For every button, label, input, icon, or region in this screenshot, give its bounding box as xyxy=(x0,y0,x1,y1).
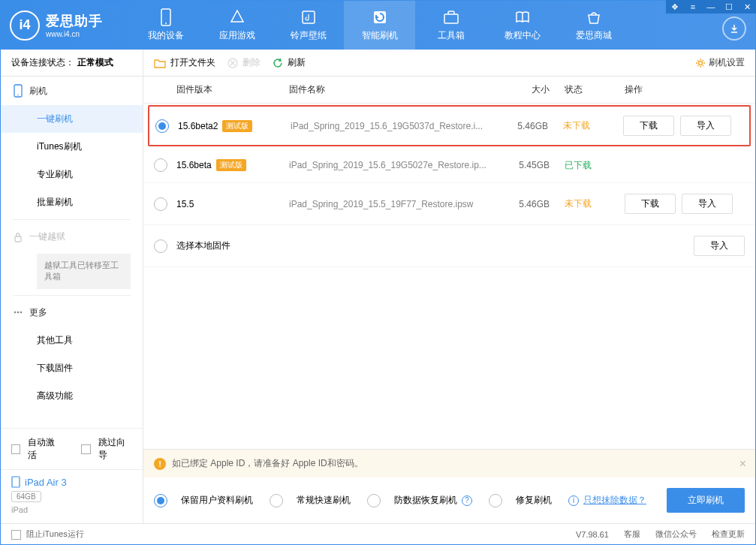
block-itunes-checkbox[interactable] xyxy=(11,530,21,540)
toolbar: 打开文件夹 删除 刷新 刷机设置 xyxy=(143,50,755,77)
erase-data-link[interactable]: i 只想抹除数据？ xyxy=(568,494,646,507)
svg-point-1 xyxy=(165,23,167,24)
nav-my-device[interactable]: 我的设备 xyxy=(130,1,201,50)
refresh-icon xyxy=(273,58,283,68)
firmware-version: 选择本地固件 xyxy=(176,239,289,252)
mode-repair[interactable]: 修复刷机 xyxy=(489,494,552,507)
support-link[interactable]: 客服 xyxy=(624,528,640,540)
music-icon xyxy=(300,8,318,26)
open-folder-button[interactable]: 打开文件夹 xyxy=(154,56,215,69)
firmware-ops: 下载导入 xyxy=(623,116,743,136)
radio-icon[interactable] xyxy=(489,494,502,507)
svg-point-16 xyxy=(699,61,703,65)
device-name[interactable]: iPad Air 3 xyxy=(11,476,132,488)
firmware-row[interactable]: 选择本地固件导入 xyxy=(143,225,755,267)
nav-ringtones[interactable]: 铃声壁纸 xyxy=(273,1,344,50)
sidebar-item-pro-flash[interactable]: 专业刷机 xyxy=(1,161,143,188)
minimize-icon[interactable]: — xyxy=(702,0,720,14)
firmware-list: 15.6beta2测试版iPad_Spring_2019_15.6_19G503… xyxy=(143,104,755,267)
sidebar-item-download-fw[interactable]: 下载固件 xyxy=(1,354,143,382)
firmware-size: 5.45GB xyxy=(505,160,565,170)
col-name: 固件名称 xyxy=(289,83,505,96)
connection-status: 设备连接状态： 正常模式 xyxy=(1,50,143,77)
apps-icon xyxy=(228,8,246,26)
firmware-ops: 下载导入 xyxy=(625,194,745,214)
nav-toolbox[interactable]: 工具箱 xyxy=(415,1,486,50)
download-indicator-icon[interactable] xyxy=(722,17,746,41)
firmware-radio[interactable] xyxy=(154,158,167,172)
store-icon xyxy=(585,8,603,26)
menu-icon[interactable]: ❖ xyxy=(666,0,684,14)
nav-tutorials[interactable]: 教程中心 xyxy=(486,1,558,50)
delete-button: 删除 xyxy=(227,56,261,69)
block-itunes-option[interactable]: 阻止iTunes运行 xyxy=(11,528,84,540)
mode-normal[interactable]: 常规快速刷机 xyxy=(270,494,351,507)
sidebar-item-oneclick-flash[interactable]: 一键刷机 xyxy=(1,105,143,133)
nav-flash[interactable]: 智能刷机 xyxy=(344,1,415,50)
main-nav: 我的设备 应用游戏 铃声壁纸 智能刷机 工具箱 教程中心 爱思商城 xyxy=(130,1,715,50)
import-button[interactable]: 导入 xyxy=(680,116,731,136)
warning-icon: ! xyxy=(154,458,166,470)
nav-store[interactable]: 爱思商城 xyxy=(558,1,629,50)
firmware-status: 未下载 xyxy=(565,197,625,210)
app-url: www.i4.cn xyxy=(46,30,103,38)
svg-rect-8 xyxy=(15,236,21,242)
import-button[interactable]: 导入 xyxy=(682,194,733,214)
close-icon[interactable]: ✕ xyxy=(738,0,756,14)
firmware-filename: iPad_Spring_2019_15.6_19G5037d_Restore.i… xyxy=(291,121,503,131)
divider xyxy=(13,295,131,296)
radio-icon[interactable] xyxy=(367,494,381,507)
list-icon[interactable]: ≡ xyxy=(684,0,702,14)
flash-settings-button[interactable]: 刷机设置 xyxy=(695,56,745,69)
skip-guide-checkbox[interactable] xyxy=(81,444,90,454)
mode-keep-data[interactable]: 保留用户资料刷机 xyxy=(154,494,253,507)
warning-text: 如已绑定 Apple ID，请准备好 Apple ID和密码。 xyxy=(172,457,363,470)
titlebar: i4 爱思助手 www.i4.cn 我的设备 应用游戏 铃声壁纸 智能刷机 工具… xyxy=(1,1,755,50)
col-ops: 操作 xyxy=(625,83,745,96)
beta-badge: 测试版 xyxy=(216,159,246,171)
logo: i4 爱思助手 www.i4.cn xyxy=(10,11,130,41)
mode-anti-recover[interactable]: 防数据恢复刷机 ? xyxy=(367,494,472,507)
radio-icon[interactable] xyxy=(270,494,283,507)
sidebar-item-itunes-flash[interactable]: iTunes刷机 xyxy=(1,133,143,161)
radio-checked-icon[interactable] xyxy=(154,494,167,507)
help-icon[interactable]: ? xyxy=(462,495,472,506)
nav-apps[interactable]: 应用游戏 xyxy=(201,1,273,50)
firmware-radio[interactable] xyxy=(154,197,167,211)
statusbar: 阻止iTunes运行 V7.98.61 客服 微信公众号 检查更新 xyxy=(1,523,755,544)
sidebar-group-more[interactable]: 更多 xyxy=(1,299,143,327)
download-button[interactable]: 下载 xyxy=(623,116,674,136)
auto-activate-row: 自动激活 跳过向导 xyxy=(1,429,143,469)
bottom-panel: ! 如已绑定 Apple ID，请准备好 Apple ID和密码。 × 保留用户… xyxy=(143,449,755,523)
auto-activate-checkbox[interactable] xyxy=(11,444,20,454)
firmware-radio[interactable] xyxy=(155,119,169,133)
firmware-radio[interactable] xyxy=(154,239,167,253)
col-status: 状态 xyxy=(565,83,625,96)
device-type: iPad xyxy=(11,505,132,514)
sidebar-item-advanced[interactable]: 高级功能 xyxy=(1,382,143,410)
refresh-button[interactable]: 刷新 xyxy=(273,56,306,69)
divider xyxy=(13,219,131,220)
firmware-row[interactable]: 15.6beta测试版iPad_Spring_2019_15.6_19G5027… xyxy=(143,148,755,183)
firmware-status: 未下载 xyxy=(563,119,623,132)
firmware-version: 15.5 xyxy=(176,199,289,209)
flash-now-button[interactable]: 立即刷机 xyxy=(667,488,745,513)
sidebar-item-other-tools[interactable]: 其他工具 xyxy=(1,327,143,354)
firmware-row[interactable]: 15.5iPad_Spring_2019_15.5_19F77_Restore.… xyxy=(143,183,755,225)
close-warning-button[interactable]: × xyxy=(739,457,746,471)
firmware-filename: iPad_Spring_2019_15.6_19G5027e_Restore.i… xyxy=(289,160,505,170)
firmware-size: 5.46GB xyxy=(505,199,565,209)
check-update-link[interactable]: 检查更新 xyxy=(712,528,745,540)
wechat-link[interactable]: 微信公众号 xyxy=(655,528,697,540)
delete-icon xyxy=(227,58,238,68)
logo-icon: i4 xyxy=(10,11,40,41)
firmware-row[interactable]: 15.6beta2测试版iPad_Spring_2019_15.6_19G503… xyxy=(148,105,751,146)
sidebar-group-flash[interactable]: 刷机 xyxy=(1,77,143,105)
download-button[interactable]: 下载 xyxy=(625,194,676,214)
phone-icon xyxy=(13,84,23,98)
device-info: iPad Air 3 64GB iPad xyxy=(1,469,143,523)
sidebar-item-batch-flash[interactable]: 批量刷机 xyxy=(1,188,143,216)
beta-badge: 测试版 xyxy=(222,120,252,132)
import-button[interactable]: 导入 xyxy=(694,236,745,256)
maximize-icon[interactable]: ☐ xyxy=(720,0,738,14)
